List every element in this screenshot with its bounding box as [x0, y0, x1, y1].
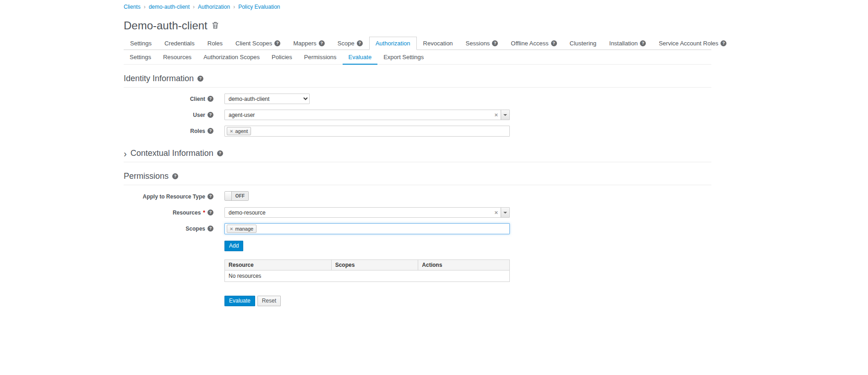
help-icon[interactable]: ?	[357, 40, 363, 46]
tab-settings[interactable]: Settings	[124, 37, 158, 50]
user-select[interactable]: agent-user ×	[224, 110, 510, 120]
help-icon[interactable]: ?	[172, 173, 178, 179]
breadcrumb-separator-icon: ›	[193, 4, 195, 10]
apply-to-resource-type-label: Apply to Resource Type	[143, 193, 205, 200]
tab-installation[interactable]: Installation?	[603, 37, 652, 50]
tab-revocation[interactable]: Revocation	[417, 37, 459, 50]
resources-select-value: demo-resource	[225, 210, 491, 216]
required-indicator: *	[203, 210, 205, 216]
breadcrumb-separator-icon: ›	[144, 4, 146, 10]
user-label: User	[193, 112, 205, 118]
evaluate-button[interactable]: Evaluate	[224, 296, 255, 306]
role-tag: × agent	[227, 127, 251, 135]
help-icon[interactable]: ?	[551, 40, 557, 46]
page-title: Demo-auth-client	[124, 19, 711, 32]
breadcrumb: Clients › demo-auth-client › Authorizati…	[124, 0, 711, 10]
remove-tag-icon[interactable]: ×	[230, 128, 233, 134]
caret-right-icon: ›	[124, 150, 127, 157]
tab-scope[interactable]: Scope?	[331, 37, 369, 50]
scope-tag: × manage	[227, 225, 257, 233]
client-form-group: Client ? demo-auth-client	[124, 94, 711, 104]
help-icon[interactable]: ?	[721, 40, 726, 46]
help-icon[interactable]: ?	[197, 76, 203, 82]
permissions-section-header: Permissions ?	[124, 171, 711, 185]
delete-client-button[interactable]	[212, 22, 218, 30]
help-icon[interactable]: ?	[207, 128, 213, 134]
subtab-authorization-scopes[interactable]: Authorization Scopes	[197, 50, 266, 65]
breadcrumb-separator-icon: ›	[233, 4, 235, 10]
resources-select[interactable]: demo-resource ×	[224, 207, 510, 218]
remove-tag-icon[interactable]: ×	[230, 226, 233, 232]
resources-select-dropdown-button[interactable]	[501, 208, 509, 217]
tab-client-scopes[interactable]: Client Scopes?	[229, 37, 287, 50]
roles-label: Roles	[190, 128, 205, 134]
empty-table-message: No resources	[225, 270, 510, 282]
user-form-group: User ? agent-user ×	[124, 110, 711, 120]
tab-credentials[interactable]: Credentials	[158, 37, 201, 50]
breadcrumb-client[interactable]: demo-auth-client	[149, 4, 190, 10]
help-icon[interactable]: ?	[319, 40, 325, 46]
user-select-dropdown-button[interactable]	[501, 110, 509, 120]
help-icon[interactable]: ?	[217, 150, 223, 156]
tab-mappers[interactable]: Mappers?	[287, 37, 331, 50]
resources-table: Resource Scopes Actions No resources	[224, 259, 510, 282]
clear-icon[interactable]: ×	[491, 210, 501, 215]
tab-offline-access[interactable]: Offline Access?	[504, 37, 563, 50]
apply-to-resource-type-toggle[interactable]: OFF	[224, 191, 249, 201]
contextual-information-section-header[interactable]: › Contextual Information ?	[124, 149, 711, 162]
actions-column-header: Actions	[418, 260, 510, 270]
trash-icon	[212, 22, 218, 30]
subtab-export-settings[interactable]: Export Settings	[377, 50, 430, 65]
help-icon[interactable]: ?	[207, 226, 213, 232]
table-row: No resources	[225, 270, 510, 282]
scopes-form-group: Scopes ? × manage	[124, 223, 711, 234]
resources-form-group: Resources * ? demo-resource ×	[124, 207, 711, 218]
clear-icon[interactable]: ×	[491, 112, 501, 118]
help-icon[interactable]: ?	[640, 40, 646, 46]
identity-form: Client ? demo-auth-client User ? agent-u…	[124, 94, 711, 137]
client-tabs: Settings Credentials Roles Client Scopes…	[124, 37, 711, 50]
user-select-value: agent-user	[225, 112, 491, 118]
help-icon[interactable]: ?	[274, 40, 280, 46]
subtab-policies[interactable]: Policies	[266, 50, 298, 65]
scopes-column-header: Scopes	[331, 260, 418, 270]
subtab-settings[interactable]: Settings	[124, 50, 157, 65]
breadcrumb-clients[interactable]: Clients	[124, 4, 141, 10]
breadcrumb-authorization[interactable]: Authorization	[198, 4, 230, 10]
roles-form-group: Roles ? × agent	[124, 126, 711, 137]
identity-information-section-header: Identity Information ?	[124, 74, 711, 88]
client-select[interactable]: demo-auth-client	[224, 94, 310, 104]
reset-button[interactable]: Reset	[257, 296, 281, 306]
breadcrumb-policy-evaluation[interactable]: Policy Evaluation	[238, 4, 280, 10]
help-icon[interactable]: ?	[207, 96, 213, 102]
permissions-form: Apply to Resource Type ? OFF Resources *…	[124, 191, 711, 306]
tab-authorization[interactable]: Authorization	[369, 37, 417, 50]
toggle-off-label: OFF	[232, 192, 248, 200]
authorization-sub-tabs: Settings Resources Authorization Scopes …	[124, 50, 711, 65]
chevron-down-icon	[503, 212, 507, 214]
roles-input[interactable]: × agent	[224, 126, 510, 137]
chevron-down-icon	[503, 114, 507, 116]
resources-label: Resources	[173, 210, 201, 216]
help-icon[interactable]: ?	[492, 40, 498, 46]
apply-to-resource-type-form-group: Apply to Resource Type ? OFF	[124, 191, 711, 202]
toggle-handle	[225, 192, 232, 200]
help-icon[interactable]: ?	[207, 210, 213, 215]
add-button[interactable]: Add	[224, 241, 243, 251]
resource-column-header: Resource	[225, 260, 332, 270]
subtab-permissions[interactable]: Permissions	[298, 50, 343, 65]
subtab-resources[interactable]: Resources	[157, 50, 197, 65]
tab-clustering[interactable]: Clustering	[563, 37, 603, 50]
policy-evaluation-page: Clients › demo-auth-client › Authorizati…	[0, 0, 868, 375]
help-icon[interactable]: ?	[207, 193, 213, 199]
client-label: Client	[190, 96, 205, 102]
help-icon[interactable]: ?	[207, 112, 213, 118]
subtab-evaluate[interactable]: Evaluate	[343, 50, 378, 65]
scopes-input[interactable]: × manage	[224, 223, 510, 234]
tab-service-account-roles[interactable]: Service Account Roles?	[652, 37, 733, 50]
scopes-label: Scopes	[186, 226, 205, 232]
tab-sessions[interactable]: Sessions?	[459, 37, 505, 50]
tab-roles[interactable]: Roles	[201, 37, 229, 50]
